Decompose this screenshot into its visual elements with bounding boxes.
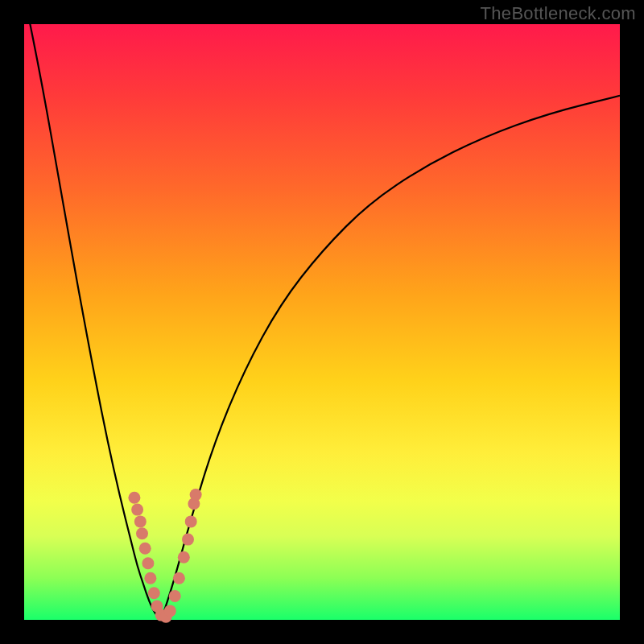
marker-dot	[173, 572, 185, 584]
marker-dot	[164, 605, 176, 617]
marker-dot	[131, 504, 143, 516]
marker-cluster	[128, 489, 201, 623]
marker-dot	[178, 551, 190, 564]
curve-right-branch	[161, 96, 620, 620]
marker-dot	[182, 534, 194, 546]
marker-dot	[139, 543, 151, 555]
marker-dot	[190, 489, 202, 501]
marker-dot	[142, 557, 154, 569]
marker-dot	[128, 492, 140, 504]
chart-frame: TheBottleneck.com	[0, 0, 644, 644]
plot-area	[24, 24, 620, 620]
marker-dot	[169, 590, 181, 602]
marker-dot	[134, 515, 147, 527]
curve-layer	[24, 24, 620, 620]
marker-dot	[144, 572, 156, 584]
watermark-label: TheBottleneck.com	[481, 3, 636, 24]
marker-dot	[136, 527, 148, 539]
marker-dot	[148, 587, 160, 599]
marker-dot	[185, 515, 197, 527]
